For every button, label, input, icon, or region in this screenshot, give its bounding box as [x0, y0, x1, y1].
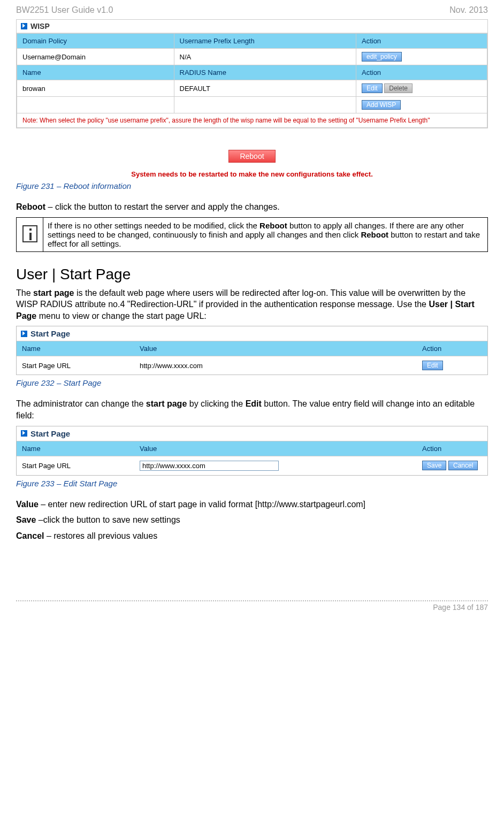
table-row: browan DEFAULT Edit Delete: [17, 80, 487, 97]
editintro-a: The administrator can change the: [16, 399, 146, 408]
table-row: Add WISP: [17, 97, 487, 113]
startpage-edit-panel: Start Page Name Value Action Start Page …: [16, 426, 488, 476]
col-action: Action: [356, 34, 487, 49]
arrow-icon: [21, 331, 27, 337]
reboot-description: Reboot – click the button to restart the…: [16, 201, 488, 213]
col-value: Value: [134, 441, 417, 456]
page-footer: Page 134 of 187: [16, 600, 488, 612]
reboot-message: System needs to be restarted to make the…: [16, 170, 488, 178]
table-row: Start Page URL Save Cancel: [17, 456, 487, 475]
doc-title: BW2251 User Guide v1.0: [16, 5, 113, 15]
wisp-title-text: WISP: [30, 22, 50, 30]
arrow-icon: [21, 23, 27, 29]
cell-action: edit_policy: [356, 49, 487, 65]
note-row: Note: When select the policy "use userna…: [17, 113, 487, 128]
reboot-rest: – click the button to restart the server…: [45, 202, 280, 211]
col-radius-name: RADIUS Name: [174, 65, 356, 80]
cell-radius-name: DEFAULT: [174, 80, 356, 97]
edit-intro: The administrator can change the start p…: [16, 398, 488, 421]
edit-policy-button[interactable]: edit_policy: [362, 52, 402, 62]
cancel-button[interactable]: Cancel: [448, 461, 478, 470]
save-rest: –click the button to save new settings: [36, 515, 180, 524]
delete-button[interactable]: Delete: [384, 83, 413, 93]
startpage-edit-table: Name Value Action Start Page URL Save Ca…: [17, 441, 487, 475]
save-line: Save –click the button to save new setti…: [16, 514, 488, 526]
startpage-intro: The start page is the default web page w…: [16, 287, 488, 322]
value-bold: Value: [16, 500, 39, 509]
col-action: Action: [417, 341, 487, 356]
cell-add: Add WISP: [356, 97, 487, 113]
startpage-panel: Start Page Name Value Action Start Page …: [16, 326, 488, 375]
wisp-table: Domain Policy Username Prefix Length Act…: [17, 33, 487, 128]
intro-c: is the default web page where users will…: [16, 288, 465, 309]
startpage-title: Start Page: [30, 329, 70, 338]
footer-divider: [16, 600, 488, 601]
wisp-panel-title: WISP: [17, 20, 487, 33]
info-text-d: Reboot: [361, 230, 388, 239]
save-button[interactable]: Save: [422, 461, 446, 470]
editintro-c: by clicking the: [187, 399, 245, 408]
col-name: Name: [17, 341, 134, 356]
col-name: Name: [17, 65, 174, 80]
info-text-b: Reboot: [259, 221, 287, 230]
table-header-row: Name Value Action: [17, 441, 487, 456]
cell-action: Save Cancel: [417, 456, 487, 475]
cell-name: Start Page URL: [17, 456, 134, 475]
info-text-a: If there is no other settings needed to …: [48, 221, 259, 230]
cell-action: Edit Delete: [356, 80, 487, 97]
startpage-table: Name Value Action Start Page URL http://…: [17, 341, 487, 375]
wisp-note: Note: When select the policy "use userna…: [17, 113, 487, 128]
cell-value: http://www.xxxx.com: [134, 356, 417, 375]
reboot-button[interactable]: Reboot: [228, 150, 275, 163]
intro-a: The: [16, 288, 33, 297]
info-icon-cell: [17, 217, 43, 251]
cell-action: Edit: [417, 356, 487, 375]
cell-value: [134, 456, 417, 475]
col-prefix-length: Username Prefix Length: [174, 34, 356, 49]
startpage-header: Start Page: [17, 426, 487, 441]
table-header-row: Name RADIUS Name Action: [17, 65, 487, 80]
startpage-header: Start Page: [17, 326, 487, 341]
section-heading: User | Start Page: [16, 266, 488, 283]
intro-e: menu to view or change the start page UR…: [36, 311, 207, 320]
figure-233-caption: Figure 233 – Edit Start Page: [16, 479, 488, 488]
cancel-bold: Cancel: [16, 531, 44, 540]
info-text: If there is no other settings needed to …: [43, 217, 488, 251]
page-header: BW2251 User Guide v1.0 Nov. 2013: [16, 5, 488, 15]
col-value: Value: [134, 341, 417, 356]
startpage-title: Start Page: [30, 429, 70, 438]
col-action: Action: [356, 65, 487, 80]
edit-button[interactable]: Edit: [422, 361, 443, 370]
startpage-url-input[interactable]: [140, 461, 279, 471]
save-bold: Save: [16, 515, 36, 524]
value-rest: – enter new redirection URL of start pag…: [39, 500, 365, 509]
info-icon: [22, 225, 37, 242]
figure-231-caption: Figure 231 – Reboot information: [16, 181, 488, 190]
editintro-d: Edit: [246, 399, 262, 408]
editintro-b: start page: [146, 399, 187, 408]
cell-name: browan: [17, 80, 174, 97]
cell-prefix-length: N/A: [174, 49, 356, 65]
arrow-icon: [21, 430, 27, 437]
cancel-rest: – restores all previous values: [44, 531, 157, 540]
add-wisp-button[interactable]: Add WISP: [362, 100, 401, 110]
table-header-row: Domain Policy Username Prefix Length Act…: [17, 34, 487, 49]
cancel-line: Cancel – restores all previous values: [16, 530, 488, 542]
table-row: Start Page URL http://www.xxxx.com Edit: [17, 356, 487, 375]
figure-232-caption: Figure 232 – Start Page: [16, 378, 488, 387]
intro-b: start page: [33, 288, 74, 297]
col-name: Name: [17, 441, 134, 456]
page-number: Page 134 of 187: [16, 603, 488, 612]
doc-date: Nov. 2013: [449, 5, 488, 15]
cell-name: Start Page URL: [17, 356, 134, 375]
table-header-row: Name Value Action: [17, 341, 487, 356]
value-line: Value – enter new redirection URL of sta…: [16, 499, 488, 510]
col-domain-policy: Domain Policy: [17, 34, 174, 49]
reboot-bold: Reboot: [16, 202, 45, 211]
reboot-area: Reboot System needs to be restarted to m…: [16, 150, 488, 178]
wisp-panel: WISP Domain Policy Username Prefix Lengt…: [16, 19, 488, 128]
edit-button[interactable]: Edit: [362, 83, 383, 93]
table-row: Username@Domain N/A edit_policy: [17, 49, 487, 65]
cell-domain-policy: Username@Domain: [17, 49, 174, 65]
col-action: Action: [417, 441, 487, 456]
